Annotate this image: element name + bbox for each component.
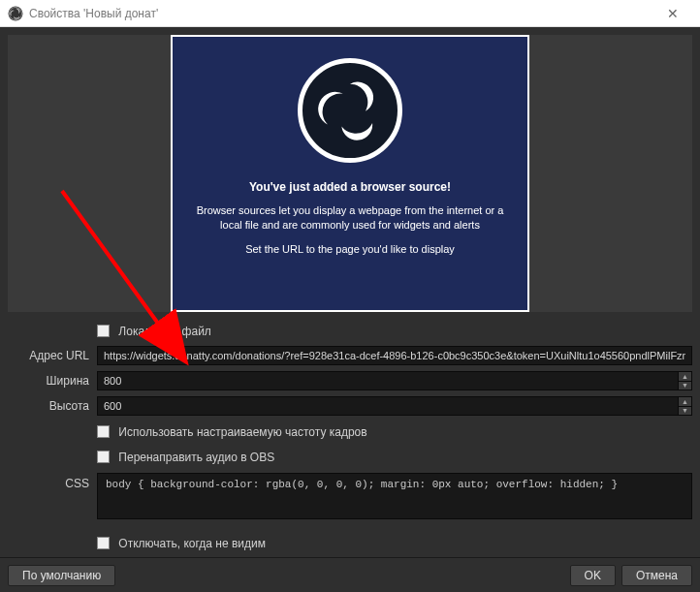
- shutdown-checkbox[interactable]: [97, 537, 110, 549]
- reroute-audio-checkbox[interactable]: [97, 451, 110, 463]
- custom-fps-checkbox[interactable]: [97, 425, 110, 438]
- width-input[interactable]: [97, 371, 692, 390]
- preview-area: You've just added a browser source! Brow…: [8, 35, 692, 312]
- dialog-content: You've just added a browser source! Brow…: [0, 27, 700, 557]
- preview-description: Browser sources let you display a webpag…: [194, 203, 506, 234]
- ok-button[interactable]: OK: [570, 565, 616, 586]
- local-file-checkbox[interactable]: [97, 325, 110, 337]
- properties-form: Локальный файл Адрес URL Ширина ▲ ▼ Высо…: [8, 320, 692, 553]
- height-input[interactable]: [97, 396, 692, 416]
- height-label: Высота: [8, 399, 97, 413]
- preview-instruction: Set the URL to the page you'd like to di…: [245, 243, 455, 255]
- cancel-button[interactable]: Отмена: [621, 565, 692, 586]
- custom-fps-label: Использовать настраиваемую частоту кадро…: [118, 424, 366, 438]
- window-close-button[interactable]: ✕: [653, 0, 692, 27]
- reroute-audio-label: Перенаправить аудио в OBS: [118, 450, 274, 463]
- titlebar: Свойства 'Новый донат' ✕: [0, 0, 700, 27]
- css-input[interactable]: [97, 473, 692, 519]
- browser-source-preview: You've just added a browser source! Brow…: [171, 35, 529, 312]
- width-spin-up[interactable]: ▲: [678, 372, 691, 382]
- obs-logo-icon: [298, 58, 402, 163]
- height-spin-down[interactable]: ▼: [678, 407, 691, 416]
- shutdown-label: Отключать, когда не видим: [118, 536, 266, 549]
- dialog-footer: По умолчанию OK Отмена: [0, 557, 700, 592]
- preview-heading: You've just added a browser source!: [249, 180, 451, 194]
- height-spin-up[interactable]: ▲: [678, 397, 691, 407]
- url-input[interactable]: [97, 346, 692, 365]
- defaults-button[interactable]: По умолчанию: [8, 565, 115, 586]
- local-file-label: Локальный файл: [118, 324, 211, 337]
- window-title: Свойства 'Новый донат': [29, 7, 653, 20]
- obs-app-icon: [8, 6, 23, 21]
- css-label: CSS: [8, 473, 97, 490]
- width-spin-down[interactable]: ▼: [678, 382, 691, 390]
- url-label: Адрес URL: [8, 349, 97, 362]
- width-label: Ширина: [8, 374, 97, 388]
